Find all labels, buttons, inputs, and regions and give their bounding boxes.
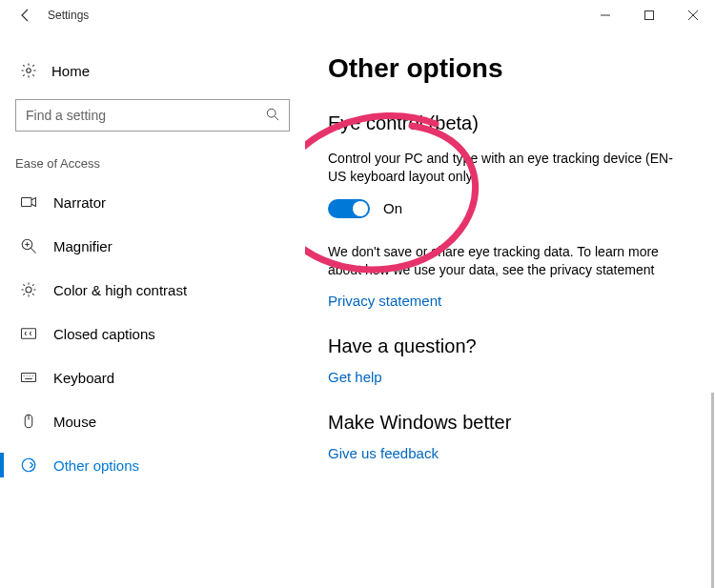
eye-control-toggle[interactable] — [328, 199, 370, 218]
privacy-note: We don't save or share eye tracking data… — [328, 243, 690, 279]
sidebar-item-label: Other options — [53, 457, 139, 474]
maximize-button[interactable] — [627, 0, 671, 30]
sidebar-nav: Narrator Magnifier Color & high contrast — [0, 180, 305, 487]
app-title: Settings — [48, 9, 89, 22]
gear-icon — [19, 62, 38, 79]
sidebar-item-narrator[interactable]: Narrator — [0, 180, 305, 224]
have-question-title: Have a question? — [328, 335, 696, 357]
page-title: Other options — [328, 53, 696, 84]
brightness-icon — [19, 281, 38, 298]
sidebar-item-mouse[interactable]: Mouse — [0, 399, 305, 443]
other-options-icon — [19, 456, 38, 474]
home-nav[interactable]: Home — [0, 50, 305, 91]
svg-rect-1 — [645, 11, 654, 20]
svg-line-6 — [275, 116, 278, 120]
toggle-state-label: On — [383, 200, 402, 216]
sidebar-item-magnifier[interactable]: Magnifier — [0, 224, 305, 268]
svg-rect-7 — [22, 198, 32, 207]
sidebar-item-label: Keyboard — [53, 370, 114, 386]
search-placeholder: Find a setting — [26, 108, 106, 123]
home-label: Home — [51, 63, 90, 79]
sidebar-item-label: Closed captions — [53, 326, 155, 342]
titlebar: Settings — [0, 0, 715, 30]
sidebar-item-label: Narrator — [53, 194, 106, 211]
back-button[interactable] — [11, 0, 40, 30]
scrollbar[interactable] — [711, 393, 714, 588]
get-help-link[interactable]: Get help — [328, 369, 696, 385]
feedback-title: Make Windows better — [328, 412, 696, 434]
svg-line-9 — [31, 248, 35, 253]
right-pane: Other options Eye control (beta) Control… — [305, 30, 715, 588]
close-button[interactable] — [671, 0, 715, 30]
magnifier-icon — [19, 237, 38, 254]
sidebar-item-label: Mouse — [53, 414, 96, 430]
sidebar-item-closed-captions[interactable]: Closed captions — [0, 312, 305, 355]
sidebar-item-label: Color & high contrast — [53, 282, 187, 298]
mouse-icon — [19, 413, 38, 430]
window-controls — [583, 0, 715, 30]
privacy-statement-link[interactable]: Privacy statement — [328, 293, 696, 309]
sidebar-item-other-options[interactable]: Other options — [0, 443, 305, 487]
keyboard-icon — [19, 369, 38, 386]
narrator-icon — [19, 193, 38, 211]
svg-point-12 — [26, 287, 31, 293]
svg-rect-14 — [22, 374, 36, 382]
category-header: Ease of Access — [0, 143, 305, 180]
search-input[interactable]: Find a setting — [15, 99, 290, 132]
search-icon — [266, 108, 279, 124]
svg-rect-13 — [22, 329, 36, 339]
toggle-knob — [353, 201, 368, 216]
sidebar-item-keyboard[interactable]: Keyboard — [0, 355, 305, 399]
sidebar-item-color-contrast[interactable]: Color & high contrast — [0, 268, 305, 312]
eye-control-desc: Control your PC and type with an eye tra… — [328, 150, 690, 186]
give-feedback-link[interactable]: Give us feedback — [328, 445, 696, 461]
svg-point-5 — [267, 109, 276, 117]
eye-control-title: Eye control (beta) — [328, 112, 696, 134]
sidebar-item-label: Magnifier — [53, 238, 112, 254]
eye-control-toggle-row: On — [328, 199, 696, 218]
left-pane: Home Find a setting Ease of Access Narra… — [0, 30, 305, 588]
svg-point-4 — [27, 69, 31, 73]
minimize-button[interactable] — [583, 0, 627, 30]
closed-captions-icon — [19, 325, 38, 342]
